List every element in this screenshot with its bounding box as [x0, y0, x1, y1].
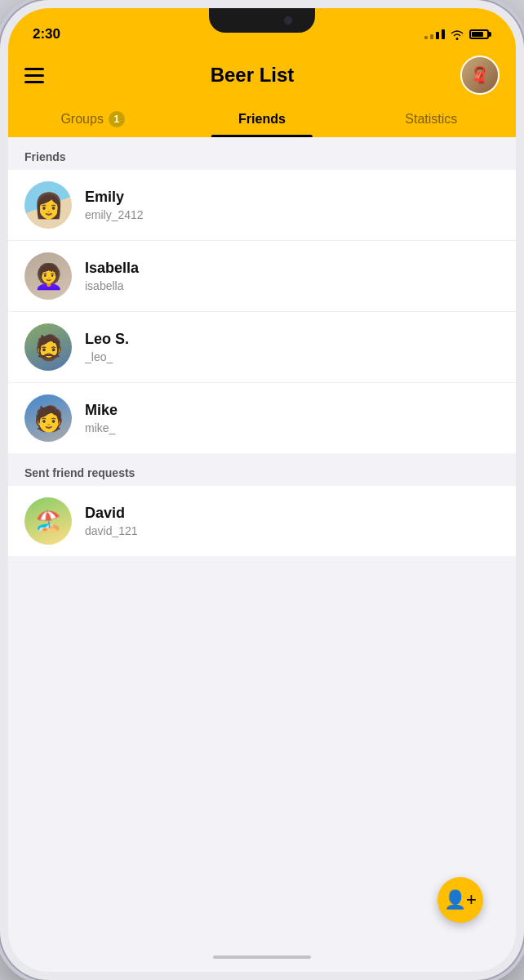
home-indicator [213, 956, 311, 959]
isabella-username: isabella [85, 279, 139, 292]
mike-info: Mike mike_ [85, 402, 118, 434]
screen-inner: Friends Emily emily_2412 Isabella isa [8, 137, 516, 972]
status-time: 2:30 [33, 26, 60, 42]
camera [284, 16, 292, 24]
leo-username: _leo_ [85, 350, 129, 363]
isabella-info: Isabella isabella [85, 260, 139, 292]
friends-list: Emily emily_2412 Isabella isabella [8, 170, 516, 453]
notch [209, 8, 315, 33]
requests-list: David david_121 [8, 486, 516, 556]
leo-info: Leo S. _leo_ [85, 331, 129, 363]
app-title: Beer List [211, 64, 295, 87]
david-avatar [24, 497, 72, 545]
requests-section-header: Sent friend requests [8, 453, 516, 486]
leo-avatar [24, 323, 72, 371]
tab-friends[interactable]: Friends [177, 103, 346, 137]
list-item[interactable]: Emily emily_2412 [8, 170, 516, 241]
signal-icon [424, 29, 445, 39]
add-friend-button[interactable]: 👤+ [437, 877, 483, 923]
emily-name: Emily [85, 189, 144, 206]
list-item[interactable]: Mike mike_ [8, 383, 516, 453]
isabella-name: Isabella [85, 260, 139, 277]
isabella-avatar [24, 252, 72, 300]
tab-groups[interactable]: Groups 1 [8, 103, 177, 137]
mike-name: Mike [85, 402, 118, 419]
emily-info: Emily emily_2412 [85, 189, 144, 221]
tab-statistics[interactable]: Statistics [347, 103, 516, 137]
tab-statistics-label: Statistics [405, 112, 457, 127]
mike-avatar [24, 394, 72, 442]
menu-button[interactable] [24, 68, 44, 83]
tab-bar: Groups 1 Friends Statistics [8, 95, 516, 137]
emily-username: emily_2412 [85, 208, 144, 221]
mike-username: mike_ [85, 421, 118, 434]
app-header: Beer List 🧣 [8, 49, 516, 95]
avatar-image: 🧣 [462, 57, 498, 93]
tab-groups-badge: 1 [109, 111, 125, 127]
david-name: David [85, 505, 138, 522]
friends-section-header: Friends [8, 137, 516, 170]
tab-groups-label: Groups [60, 112, 103, 127]
david-info: David david_121 [85, 505, 138, 537]
wifi-icon [450, 29, 464, 40]
david-username: david_121 [85, 524, 138, 537]
emily-avatar [24, 181, 72, 229]
status-icons [424, 29, 491, 40]
phone-frame: 2:30 [0, 0, 524, 980]
list-item[interactable]: Leo S. _leo_ [8, 312, 516, 383]
leo-name: Leo S. [85, 331, 129, 348]
add-friend-icon: 👤+ [444, 889, 477, 911]
tab-friends-label: Friends [238, 112, 286, 127]
list-item[interactable]: David david_121 [8, 486, 516, 556]
main-content: Friends Emily emily_2412 Isabella isa [8, 137, 516, 972]
battery-icon [469, 29, 491, 39]
list-item[interactable]: Isabella isabella [8, 241, 516, 312]
screen: 2:30 [8, 8, 516, 972]
user-avatar[interactable]: 🧣 [460, 56, 500, 95]
